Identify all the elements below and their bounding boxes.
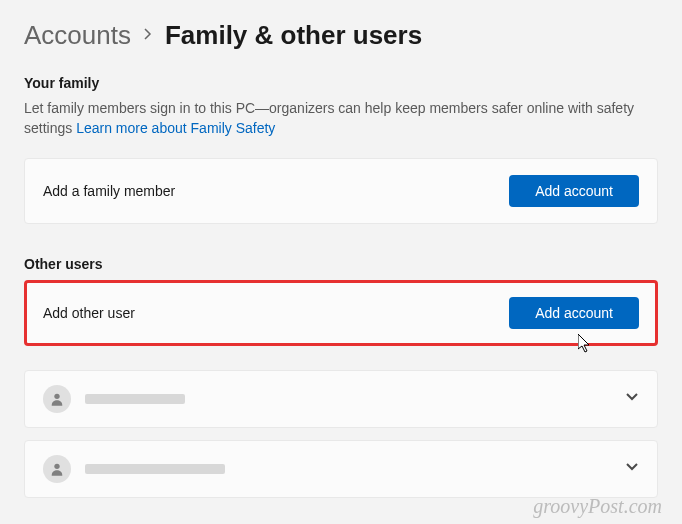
other-users-section: Other users Add other user Add account [24, 256, 658, 498]
watermark: groovyPost.com [533, 495, 662, 518]
user-name-redacted [85, 464, 225, 474]
your-family-section: Your family Let family members sign in t… [24, 75, 658, 224]
breadcrumb-current: Family & other users [165, 20, 422, 51]
chevron-down-icon [625, 390, 639, 408]
learn-more-link[interactable]: Learn more about Family Safety [76, 120, 275, 136]
add-other-user-label: Add other user [43, 305, 135, 321]
svg-point-1 [54, 464, 59, 469]
other-users-title: Other users [24, 256, 658, 272]
person-icon [43, 385, 71, 413]
add-other-user-card: Add other user Add account [24, 280, 658, 346]
add-family-member-card: Add a family member Add account [24, 158, 658, 224]
user-name-redacted [85, 394, 185, 404]
person-icon [43, 455, 71, 483]
add-other-account-button[interactable]: Add account [509, 297, 639, 329]
your-family-title: Your family [24, 75, 658, 91]
chevron-right-icon [143, 25, 153, 46]
chevron-down-icon [625, 460, 639, 478]
breadcrumb-parent[interactable]: Accounts [24, 20, 131, 51]
add-family-account-button[interactable]: Add account [509, 175, 639, 207]
your-family-desc: Let family members sign in to this PC—or… [24, 99, 658, 138]
svg-point-0 [54, 394, 59, 399]
breadcrumb: Accounts Family & other users [24, 20, 658, 51]
user-row[interactable] [24, 370, 658, 428]
add-family-member-label: Add a family member [43, 183, 175, 199]
user-row[interactable] [24, 440, 658, 498]
